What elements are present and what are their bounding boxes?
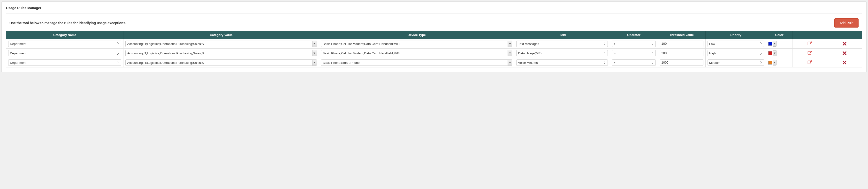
usage-rules-panel: Usage Rules Manager Use the tool below t… [1, 1, 867, 72]
col-header-field: Field [514, 31, 610, 39]
category-name-select[interactable]: Department [8, 60, 121, 66]
edit-icon [807, 41, 812, 46]
threshold-input[interactable] [660, 60, 704, 66]
operator-select[interactable]: > [612, 60, 655, 66]
chevron-down-icon[interactable] [312, 50, 317, 56]
category-value-multiselect[interactable]: Accounting;IT;Logistics;Operations;Purch… [125, 60, 317, 66]
col-header-delete [827, 31, 862, 39]
delete-button[interactable] [829, 50, 860, 56]
col-header-category-name: Category Name [6, 31, 123, 39]
edit-button[interactable] [795, 60, 825, 66]
priority-select[interactable]: Medium [708, 60, 764, 66]
table-header-row: Category Name Category Value Device Type… [6, 31, 862, 39]
panel-title: Usage Rules Manager [6, 6, 862, 13]
col-header-edit [792, 31, 827, 39]
priority-select[interactable]: High [708, 50, 764, 56]
col-header-threshold: Threshold Value [658, 31, 705, 39]
instruction-text: Use the tool below to manage the rules f… [9, 21, 126, 25]
edit-button[interactable] [795, 41, 825, 47]
color-picker-button[interactable] [773, 60, 776, 66]
edit-icon [807, 51, 812, 55]
edit-icon [807, 60, 812, 65]
priority-select[interactable]: Low [708, 41, 764, 47]
color-swatch [768, 42, 772, 46]
edit-button[interactable] [795, 50, 825, 56]
col-header-category-value: Category Value [123, 31, 319, 39]
col-header-operator: Operator [610, 31, 658, 39]
category-name-select[interactable]: Department [8, 50, 121, 56]
operator-select[interactable]: > [612, 50, 655, 56]
category-value-multiselect[interactable]: Accounting;IT;Logistics;Operations;Purch… [125, 41, 317, 47]
add-rule-button[interactable]: Add Rule [834, 18, 859, 28]
category-name-select[interactable]: Department [8, 41, 121, 47]
category-value-multiselect[interactable]: Accounting;IT;Logistics;Operations;Purch… [125, 50, 317, 56]
device-type-multiselect[interactable]: Basic Phone;Cellular Modem;Data Card;Han… [321, 41, 512, 47]
col-header-device-type: Device Type [319, 31, 514, 39]
table-row: Department Accounting;IT;Logistics;Opera… [6, 48, 862, 58]
field-select[interactable]: Voice Minutes [516, 60, 608, 66]
field-select[interactable]: Text Messages [516, 41, 608, 47]
col-header-color: Color [766, 31, 793, 39]
color-swatch [768, 61, 772, 65]
table-row: Department Accounting;IT;Logistics;Opera… [6, 58, 862, 67]
col-header-priority: Priority [705, 31, 766, 39]
threshold-input[interactable] [660, 50, 704, 56]
delete-button[interactable] [829, 41, 860, 47]
field-select[interactable]: Data Usage(MB) [516, 50, 608, 56]
chevron-down-icon[interactable] [312, 60, 317, 66]
close-icon [843, 42, 846, 46]
chevron-down-icon[interactable] [507, 60, 512, 66]
chevron-down-icon[interactable] [507, 41, 512, 47]
delete-button[interactable] [829, 60, 860, 66]
color-picker-button[interactable] [773, 50, 776, 56]
chevron-down-icon[interactable] [312, 41, 317, 47]
color-swatch [768, 51, 772, 55]
toolbar: Use the tool below to manage the rules f… [6, 18, 862, 31]
rules-table: Category Name Category Value Device Type… [6, 31, 862, 68]
device-type-multiselect[interactable]: Basic Phone;Cellular Modem;Data Card;Han… [321, 50, 512, 56]
threshold-input[interactable] [660, 41, 704, 47]
close-icon [843, 61, 846, 65]
device-type-multiselect[interactable]: Basic Phone;Smart Phone; [321, 60, 512, 66]
chevron-down-icon[interactable] [507, 50, 512, 56]
close-icon [843, 51, 846, 55]
color-picker-button[interactable] [773, 41, 776, 47]
operator-select[interactable]: > [612, 41, 655, 47]
table-row: Department Accounting;IT;Logistics;Opera… [6, 39, 862, 48]
